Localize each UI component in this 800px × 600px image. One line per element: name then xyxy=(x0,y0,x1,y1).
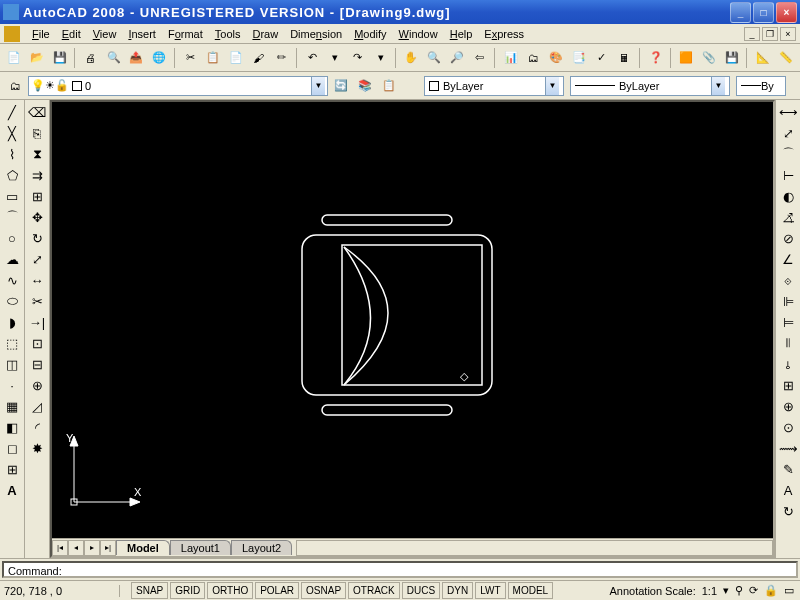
designcenter-button[interactable]: 🗂 xyxy=(523,47,544,69)
horizontal-scrollbar[interactable] xyxy=(296,540,773,556)
menu-modify[interactable]: Modify xyxy=(348,26,392,42)
quickcalc-button[interactable]: 🖩 xyxy=(614,47,635,69)
tolerance-button[interactable]: ⊞ xyxy=(778,375,798,395)
command-input[interactable]: Command: xyxy=(2,561,798,578)
copy-button[interactable]: 📋 xyxy=(203,47,224,69)
lock-icon[interactable]: 🔒 xyxy=(764,584,778,597)
pan-button[interactable]: ✋ xyxy=(401,47,422,69)
paintbrush-button[interactable]: ✏ xyxy=(271,47,292,69)
paste-button[interactable]: 📄 xyxy=(225,47,246,69)
chamfer-button[interactable]: ◿ xyxy=(27,396,47,416)
inspect-button[interactable]: ⊙ xyxy=(778,417,798,437)
tray-icon[interactable]: ▭ xyxy=(784,584,794,597)
hatch-button[interactable]: ▦ xyxy=(2,396,22,416)
otrack-toggle[interactable]: OTRACK xyxy=(348,582,400,599)
dim-tedit-button[interactable]: A xyxy=(778,480,798,500)
rotate-button[interactable]: ↻ xyxy=(27,228,47,248)
dim-angular-button[interactable]: ∠ xyxy=(778,249,798,269)
zoom-realtime-button[interactable]: 🔍 xyxy=(424,47,445,69)
mdi-minimize-button[interactable]: _ xyxy=(744,27,760,41)
ellipse-button[interactable]: ⬭ xyxy=(2,291,22,311)
rectangle-button[interactable]: ▭ xyxy=(2,186,22,206)
circle-button[interactable]: ○ xyxy=(2,228,22,248)
menu-window[interactable]: Window xyxy=(393,26,444,42)
tab-first-button[interactable]: |◂ xyxy=(52,540,68,556)
coords-readout[interactable]: 720, 718 , 0 xyxy=(0,585,120,597)
annoscale-value[interactable]: 1:1 xyxy=(702,585,717,597)
offset-button[interactable]: ⇉ xyxy=(27,165,47,185)
publish-button[interactable]: 📤 xyxy=(126,47,147,69)
trim-button[interactable]: ✂ xyxy=(27,291,47,311)
menu-draw[interactable]: Draw xyxy=(246,26,284,42)
gradient-button[interactable]: ◧ xyxy=(2,417,22,437)
annoscale-arrow-icon[interactable]: ▾ xyxy=(723,584,729,597)
annoviz-icon[interactable]: ⚲ xyxy=(735,584,743,597)
close-button[interactable]: × xyxy=(776,2,797,23)
fillet-button[interactable]: ◜ xyxy=(27,417,47,437)
break-button[interactable]: ⊟ xyxy=(27,354,47,374)
undo-arrow-button[interactable]: ▾ xyxy=(325,47,346,69)
save2-button[interactable]: 💾 xyxy=(722,47,743,69)
menu-format[interactable]: Format xyxy=(162,26,209,42)
dim-linear-button[interactable]: ⟷ xyxy=(778,102,798,122)
insert-block-button[interactable]: ⬚ xyxy=(2,333,22,353)
ortho-toggle[interactable]: ORTHO xyxy=(207,582,253,599)
zoom-prev-button[interactable]: ⇦ xyxy=(469,47,490,69)
arc-button[interactable]: ⌒ xyxy=(2,207,22,227)
cut-button[interactable]: ✂ xyxy=(180,47,201,69)
dim-continue-button[interactable]: ⊨ xyxy=(778,312,798,332)
move-button[interactable]: ✥ xyxy=(27,207,47,227)
menu-edit[interactable]: Edit xyxy=(56,26,87,42)
spline-button[interactable]: ∿ xyxy=(2,270,22,290)
markup-button[interactable]: ✓ xyxy=(592,47,613,69)
3ddwf-button[interactable]: 🌐 xyxy=(149,47,170,69)
model-toggle[interactable]: MODEL xyxy=(508,582,554,599)
help-button[interactable]: ❓ xyxy=(645,47,666,69)
menu-file[interactable]: File xyxy=(26,26,56,42)
menu-help[interactable]: Help xyxy=(444,26,479,42)
dim-aligned-button[interactable]: ⤢ xyxy=(778,123,798,143)
xref-button[interactable]: 📎 xyxy=(699,47,720,69)
ellipse-arc-button[interactable]: ◗ xyxy=(2,312,22,332)
dim-space-button[interactable]: ⫴ xyxy=(778,333,798,353)
menu-view[interactable]: View xyxy=(87,26,123,42)
sheetset-button[interactable]: 📑 xyxy=(569,47,590,69)
mdi-close-button[interactable]: × xyxy=(780,27,796,41)
menu-express[interactable]: Express xyxy=(478,26,530,42)
menu-insert[interactable]: Insert xyxy=(122,26,162,42)
revcloud-button[interactable]: ☁ xyxy=(2,249,22,269)
lineweight-dropdown[interactable]: By xyxy=(736,76,786,96)
dim-baseline-button[interactable]: ⊫ xyxy=(778,291,798,311)
toolpalette-button[interactable]: 🎨 xyxy=(546,47,567,69)
center-mark-button[interactable]: ⊕ xyxy=(778,396,798,416)
tab-model[interactable]: Model xyxy=(116,540,170,555)
region-button[interactable]: ◻ xyxy=(2,438,22,458)
maximize-button[interactable]: □ xyxy=(753,2,774,23)
join-button[interactable]: ⊕ xyxy=(27,375,47,395)
layer-prev-button[interactable]: 🔄 xyxy=(330,75,352,97)
xline-button[interactable]: ╳ xyxy=(2,123,22,143)
lwt-toggle[interactable]: LWT xyxy=(475,582,505,599)
tab-prev-button[interactable]: ◂ xyxy=(68,540,84,556)
tab-next-button[interactable]: ▸ xyxy=(84,540,100,556)
open-button[interactable]: 📂 xyxy=(27,47,48,69)
color-dropdown[interactable]: ByLayer ▼ xyxy=(424,76,564,96)
layer-manager-button[interactable]: 🗂 xyxy=(4,75,26,97)
extend-button[interactable]: →| xyxy=(27,312,47,332)
properties-button[interactable]: 📊 xyxy=(500,47,521,69)
zoom-window-button[interactable]: 🔎 xyxy=(447,47,468,69)
annoauto-icon[interactable]: ⟳ xyxy=(749,584,758,597)
copy2-button[interactable]: ⎘ xyxy=(27,123,47,143)
osnap-toggle[interactable]: OSNAP xyxy=(301,582,346,599)
plot-button[interactable]: 🖨 xyxy=(80,47,101,69)
tab-last-button[interactable]: ▸| xyxy=(100,540,116,556)
dim-edit-button[interactable]: ✎ xyxy=(778,459,798,479)
jog-linear-button[interactable]: ⟿ xyxy=(778,438,798,458)
pline-button[interactable]: ⌇ xyxy=(2,144,22,164)
explode-button[interactable]: ✸ xyxy=(27,438,47,458)
ducs-toggle[interactable]: DUCS xyxy=(402,582,440,599)
redo-arrow-button[interactable]: ▾ xyxy=(370,47,391,69)
layer-states-button[interactable]: 📚 xyxy=(354,75,376,97)
minimize-button[interactable]: _ xyxy=(730,2,751,23)
quick-dim-button[interactable]: ⟐ xyxy=(778,270,798,290)
